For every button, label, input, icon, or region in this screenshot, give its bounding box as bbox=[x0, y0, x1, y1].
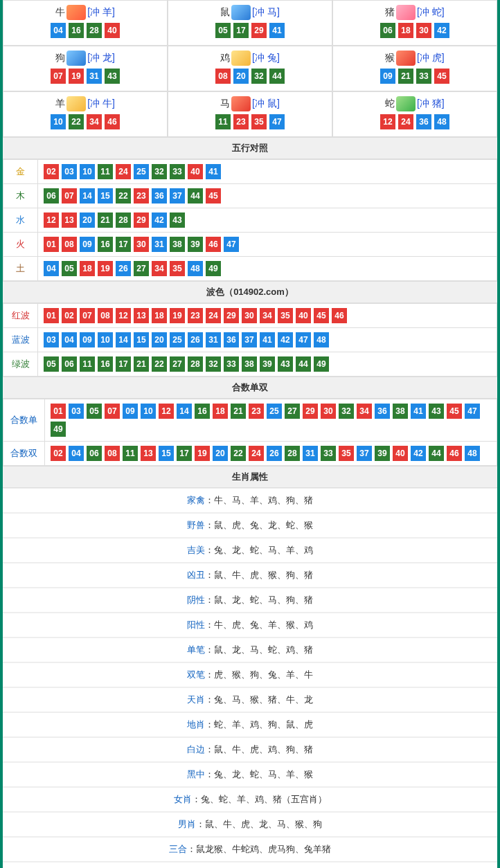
table-row: 金02031011242532334041 bbox=[3, 160, 497, 184]
zodiac-icon bbox=[66, 51, 86, 66]
attr-row: 阴性：鼠、龙、蛇、马、狗、猪 bbox=[3, 588, 497, 613]
attr-row: 家禽：牛、马、羊、鸡、狗、猪 bbox=[3, 488, 497, 513]
row-label: 土 bbox=[3, 257, 38, 281]
zodiac-cell: 蛇[冲 猪]12243648 bbox=[332, 91, 497, 137]
row-balls: 03040910141520252631363741424748 bbox=[38, 328, 497, 352]
zodiac-icon bbox=[396, 96, 416, 111]
number-ball: 21 bbox=[98, 213, 113, 228]
zodiac-cell: 牛[冲 羊]04162840 bbox=[3, 0, 168, 46]
number-ball: 11 bbox=[98, 164, 113, 179]
number-ball: 28 bbox=[188, 356, 203, 372]
table-row: 蓝波03040910141520252631363741424748 bbox=[3, 328, 497, 352]
number-ball: 07 bbox=[80, 308, 95, 323]
zodiac-name: 鼠 bbox=[220, 6, 230, 17]
number-ball: 17 bbox=[233, 23, 249, 38]
number-ball: 14 bbox=[177, 404, 192, 419]
zodiac-cell: 猴[冲 虎]09213345 bbox=[332, 46, 497, 91]
number-ball: 17 bbox=[116, 237, 131, 252]
attr-value: ：鼠龙猴、牛蛇鸡、虎马狗、兔羊猪 bbox=[187, 844, 331, 854]
number-ball: 29 bbox=[251, 23, 267, 38]
number-ball: 30 bbox=[134, 237, 149, 252]
table-row: 合数双0204060811131517192022242628313335373… bbox=[3, 442, 497, 466]
zodiac-icon bbox=[66, 96, 86, 111]
number-ball: 35 bbox=[170, 261, 185, 276]
number-ball: 27 bbox=[285, 404, 300, 419]
number-ball: 45 bbox=[434, 69, 449, 84]
attr-row: 六合：鼠牛、龙鸡、虎猪、蛇猴、兔狗、马羊 bbox=[3, 862, 497, 868]
row-label: 红波 bbox=[3, 304, 38, 328]
row-label: 水 bbox=[3, 208, 38, 233]
row-label: 合数双 bbox=[3, 442, 45, 466]
number-ball: 35 bbox=[251, 114, 267, 129]
number-ball: 28 bbox=[116, 213, 131, 228]
attr-value: ：兔、龙、蛇、马、羊、鸡 bbox=[205, 545, 313, 555]
number-ball: 07 bbox=[62, 188, 77, 204]
number-ball: 49 bbox=[206, 261, 221, 276]
number-ball: 05 bbox=[44, 356, 59, 372]
row-label: 蓝波 bbox=[3, 328, 38, 352]
number-ball: 38 bbox=[393, 404, 408, 419]
number-ball: 43 bbox=[170, 213, 185, 228]
number-ball: 29 bbox=[224, 308, 239, 323]
zodiac-name: 狗 bbox=[55, 52, 65, 63]
number-ball: 48 bbox=[434, 114, 449, 129]
attr-key: 双笔 bbox=[187, 669, 205, 680]
number-ball: 44 bbox=[429, 446, 444, 461]
number-ball: 34 bbox=[152, 261, 167, 276]
attrs-header: 生肖属性 bbox=[3, 466, 497, 488]
row-balls: 0102070812131819232429303435404546 bbox=[38, 304, 497, 328]
number-ball: 38 bbox=[170, 237, 185, 252]
number-ball: 29 bbox=[303, 404, 318, 419]
zodiac-cell: 马[冲 鼠]11233547 bbox=[168, 91, 332, 137]
zodiac-conflict: [冲 羊] bbox=[87, 6, 115, 17]
number-ball: 31 bbox=[152, 237, 167, 252]
number-ball: 31 bbox=[303, 446, 318, 461]
number-ball: 42 bbox=[152, 213, 167, 228]
number-ball: 04 bbox=[62, 332, 77, 347]
number-ball: 08 bbox=[98, 308, 113, 323]
number-ball: 48 bbox=[465, 446, 480, 461]
number-ball: 06 bbox=[62, 356, 77, 372]
attr-key: 阳性 bbox=[187, 620, 205, 630]
number-ball: 11 bbox=[123, 446, 138, 461]
attr-key: 野兽 bbox=[187, 520, 205, 530]
zodiac-icon bbox=[231, 5, 251, 20]
row-label: 合数单 bbox=[3, 399, 45, 442]
number-ball: 12 bbox=[116, 308, 131, 323]
number-ball: 09 bbox=[123, 404, 138, 419]
number-ball: 44 bbox=[296, 356, 311, 372]
attr-key: 黑中 bbox=[187, 769, 205, 779]
attr-key: 三合 bbox=[169, 844, 187, 854]
table-row: 绿波05061116172122272832333839434449 bbox=[3, 352, 497, 377]
number-ball: 02 bbox=[51, 446, 66, 461]
attr-row: 吉美：兔、龙、蛇、马、羊、鸡 bbox=[3, 538, 497, 563]
number-ball: 39 bbox=[260, 356, 275, 372]
number-ball: 20 bbox=[233, 69, 249, 84]
number-ball: 16 bbox=[195, 404, 210, 419]
number-ball: 36 bbox=[375, 404, 390, 419]
row-balls: 0108091617303138394647 bbox=[38, 233, 497, 257]
row-label: 火 bbox=[3, 233, 38, 257]
zodiac-name: 蛇 bbox=[385, 98, 395, 109]
table-row: 木06071415222336374445 bbox=[3, 184, 497, 208]
number-ball: 33 bbox=[224, 356, 239, 372]
number-ball: 47 bbox=[465, 404, 480, 419]
attr-key: 地肖 bbox=[187, 719, 205, 730]
number-ball: 09 bbox=[380, 69, 395, 84]
zodiac-name: 马 bbox=[220, 98, 230, 109]
attr-value: ：兔、蛇、羊、鸡、猪（五宫肖） bbox=[192, 794, 327, 804]
number-ball: 01 bbox=[44, 308, 59, 323]
number-ball: 22 bbox=[152, 356, 167, 372]
number-ball: 10 bbox=[51, 114, 66, 129]
number-ball: 05 bbox=[87, 404, 102, 419]
attr-value: ：兔、马、猴、猪、牛、龙 bbox=[205, 694, 313, 705]
number-ball: 01 bbox=[44, 237, 59, 252]
row-label: 木 bbox=[3, 184, 38, 208]
number-ball: 39 bbox=[375, 446, 390, 461]
number-ball: 45 bbox=[314, 308, 329, 323]
number-ball: 06 bbox=[44, 188, 59, 204]
number-ball: 19 bbox=[69, 69, 84, 84]
attr-key: 单笔 bbox=[187, 644, 205, 655]
attr-row: 凶丑：鼠、牛、虎、猴、狗、猪 bbox=[3, 563, 497, 588]
row-label: 金 bbox=[3, 160, 38, 184]
